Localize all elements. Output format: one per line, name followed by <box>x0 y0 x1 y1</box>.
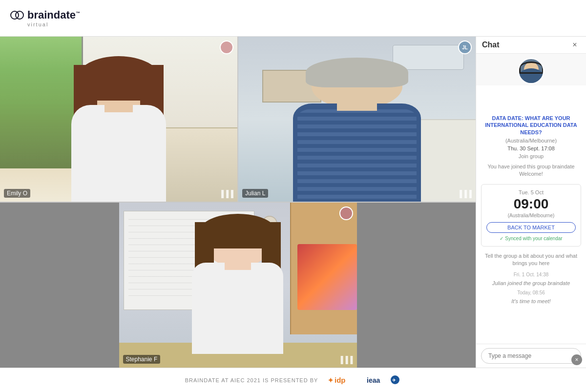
chat-input-area <box>476 344 586 368</box>
host-avatar <box>518 58 544 84</box>
top-bar: braindate™ virtual <box>0 0 586 37</box>
chat-message-input[interactable] <box>481 348 581 364</box>
host-avatar-area <box>476 54 586 85</box>
julian-tile-avatar: JL <box>458 41 472 54</box>
chat-event-title: DATA DATE: WHAT ARE YOUR INTERNATIONAL E… <box>481 115 581 136</box>
svg-text:ieaa: ieaa <box>367 376 380 384</box>
svg-point-1 <box>16 11 23 19</box>
stephanie-tile-inner: Stephanie F ▐▐▐ <box>119 203 357 368</box>
svg-text:idp: idp <box>335 376 346 384</box>
idp-logo-svg: ✦ idp <box>328 375 357 386</box>
chat-timezone: (Australia/Melbourne) <box>481 138 581 144</box>
schedule-card: Tue. 5 Oct 09:00 (Australia/Melbourne) B… <box>481 184 581 247</box>
idp-logo: ✦ idp <box>328 375 357 386</box>
chat-body[interactable]: DATA DATE: WHAT ARE YOUR INTERNATIONAL E… <box>476 85 586 344</box>
main-content: Emily O ▐▐▐ <box>0 37 586 368</box>
stephanie-name-label: Stephanie F <box>123 355 161 364</box>
dismiss-button[interactable]: × <box>571 354 582 365</box>
close-chat-button[interactable]: × <box>569 40 580 50</box>
schedule-date: Tue. 5 Oct <box>486 189 576 195</box>
schedule-time: 09:00 <box>486 196 576 212</box>
video-tile-julian: JL Julian L ▐▐▐ <box>238 37 476 202</box>
julian-video-bg <box>238 37 476 202</box>
emily-name-label: Emily O <box>4 189 30 198</box>
schedule-tz: (Australia/Melbourne) <box>486 213 576 218</box>
chat-header: Chat × <box>476 37 586 54</box>
logo-text: braindate™ <box>10 9 80 21</box>
ieaa-logo-svg: ieaa ✈ <box>367 375 401 386</box>
svg-text:✈: ✈ <box>392 378 396 383</box>
chat-date-divider-1: Fri. 1 Oct. 14:38 <box>481 272 581 277</box>
chat-welcome-msg: You have joined this group braindate Wel… <box>481 163 581 178</box>
video-tile-emily: Emily O ▐▐▐ <box>0 37 237 202</box>
svg-text:✦: ✦ <box>328 376 334 384</box>
julian-name-label: Julian L <box>242 189 268 198</box>
stephanie-tile-avatar <box>339 206 353 220</box>
braindate-name: braindate™ <box>27 9 80 21</box>
synced-calendar-label: Synced with your calendar <box>486 236 576 241</box>
stephanie-video-bg <box>119 203 357 368</box>
video-area: Emily O ▐▐▐ <box>0 37 476 368</box>
chat-join-group-label[interactable]: Join group <box>481 153 581 159</box>
virtual-label: virtual <box>27 21 48 27</box>
julian-signal-icon: ▐▐▐ <box>457 190 472 198</box>
ieaa-logo: ieaa ✈ <box>367 375 401 386</box>
emily-signal-icon: ▐▐▐ <box>219 190 233 198</box>
chat-prompt: Tell the group a bit about you and what … <box>481 252 581 268</box>
bottom-bar: BRAINDATE AT AIEC 2021 IS PRESENTED BY ✦… <box>0 368 586 392</box>
chat-first-datetime: Thu. 30 Sept. 17:08 <box>481 145 581 151</box>
chat-join-msg: Julian joined the group braindate <box>481 280 581 286</box>
chat-date-divider-2: Today, 08:56 <box>481 290 581 295</box>
logo-area: braindate™ virtual <box>10 9 80 27</box>
presented-by-text: BRAINDATE AT AIEC 2021 IS PRESENTED BY <box>185 377 318 383</box>
emily-video-bg <box>0 37 237 202</box>
chat-time-to-meet: It's time to meet! <box>481 298 581 304</box>
braindate-logo-icon <box>10 10 24 20</box>
emily-tile-avatar <box>220 41 233 54</box>
chat-panel: Chat × DATA DATE: WHAT ARE YOUR INTERNAT… <box>476 37 586 368</box>
back-to-market-button[interactable]: BACK TO MARKET <box>486 222 576 233</box>
video-tile-stephanie: Stephanie F ▐▐▐ <box>0 203 476 368</box>
stephanie-signal-icon: ▐▐▐ <box>338 356 353 364</box>
chat-title: Chat <box>482 41 500 49</box>
